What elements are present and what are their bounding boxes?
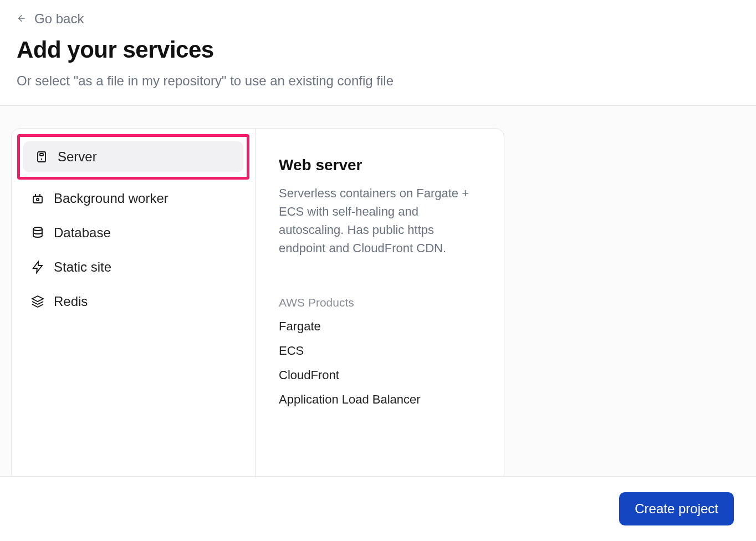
page-title: Add your services <box>17 37 739 63</box>
service-item-server[interactable]: Server <box>23 141 243 172</box>
services-panel: Server Background worker Database S <box>11 128 504 483</box>
lightning-icon <box>30 260 45 274</box>
footer-bar: Create project <box>0 476 756 541</box>
aws-product: Fargate <box>279 319 481 334</box>
svg-point-7 <box>37 198 39 201</box>
page-header: Go back Add your services Or select "as … <box>0 0 756 106</box>
service-item-database[interactable]: Database <box>19 217 247 248</box>
svg-point-3 <box>41 159 42 160</box>
service-label: Static site <box>54 259 111 275</box>
create-project-button[interactable]: Create project <box>619 492 734 525</box>
go-back-link[interactable]: Go back <box>17 11 84 27</box>
content-area: Server Background worker Database S <box>0 106 756 483</box>
service-item-background-worker[interactable]: Background worker <box>19 183 247 214</box>
svg-marker-10 <box>32 296 43 302</box>
svg-rect-4 <box>33 196 42 203</box>
worker-icon <box>30 191 45 206</box>
detail-title: Web server <box>279 156 481 174</box>
go-back-label: Go back <box>34 11 84 27</box>
detail-description: Serverless containers on Fargate + ECS w… <box>279 184 481 257</box>
arrow-left-icon <box>17 11 27 27</box>
svg-marker-9 <box>33 262 42 273</box>
service-label: Background worker <box>54 191 168 206</box>
svg-rect-2 <box>40 154 43 156</box>
server-icon <box>34 150 49 164</box>
service-detail: Web server Serverless containers on Farg… <box>256 129 504 482</box>
service-item-redis[interactable]: Redis <box>19 286 247 317</box>
aws-product: CloudFront <box>279 368 481 382</box>
aws-products-label: AWS Products <box>279 296 481 309</box>
selection-highlight: Server <box>17 134 249 180</box>
aws-product: ECS <box>279 344 481 358</box>
service-label: Redis <box>54 294 88 309</box>
service-list: Server Background worker Database S <box>12 129 256 482</box>
database-icon <box>30 226 45 240</box>
service-label: Database <box>54 225 111 241</box>
layers-icon <box>30 294 45 309</box>
svg-point-8 <box>33 227 42 231</box>
service-label: Server <box>58 149 97 165</box>
service-item-static-site[interactable]: Static site <box>19 252 247 283</box>
aws-product: Application Load Balancer <box>279 392 481 407</box>
page-subtitle: Or select "as a file in my repository" t… <box>17 73 739 89</box>
